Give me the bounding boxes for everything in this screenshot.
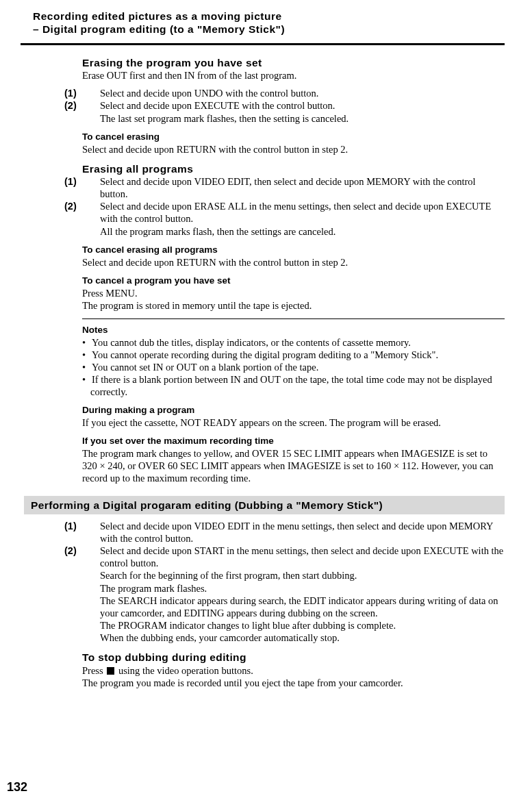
stop-dubbing-line2: The program you made is recorded until y… bbox=[82, 677, 505, 689]
page-number: 132 bbox=[7, 779, 27, 795]
step-item: (2)Select and decide upon ERASE ALL in t… bbox=[82, 200, 505, 225]
step-item: (2)Select and decide upon EXECUTE with t… bbox=[82, 99, 505, 112]
during-making-body: If you eject the cassette, NOT READY app… bbox=[82, 416, 505, 429]
title-line1: Recording edited pictures as a moving pi… bbox=[33, 10, 282, 22]
heading-cancel-program-set: To cancel a program you have set bbox=[82, 275, 505, 287]
title-rule bbox=[21, 43, 505, 45]
content-area: Erasing the program you have set Erase O… bbox=[82, 56, 505, 689]
step-text: Select and decide upon VIDEO EDIT in the… bbox=[100, 521, 493, 544]
title-line2: – Digital program editing (to a "Memory … bbox=[33, 23, 285, 35]
cancel-program-line1: Press MENU. bbox=[82, 287, 505, 299]
step-number: (1) bbox=[82, 520, 100, 532]
stop-text-b: using the video operation buttons. bbox=[116, 665, 253, 676]
erasing-intro: Erase OUT first and then IN from of the … bbox=[82, 69, 505, 82]
heading-erasing-program: Erasing the program you have set bbox=[82, 56, 505, 69]
step-text: Select and decide upon ERASE ALL in the … bbox=[100, 201, 491, 224]
step-number: (2) bbox=[82, 545, 100, 557]
cancel-erasing-all-body: Select and decide upon RETURN with the c… bbox=[82, 256, 505, 268]
step-item: (1)Select and decide upon VIDEO EDIT in … bbox=[82, 520, 505, 545]
heading-during-making: During making a program bbox=[82, 405, 505, 416]
step-followup: When the dubbing ends, your camcorder au… bbox=[82, 632, 505, 644]
stop-icon bbox=[107, 667, 114, 675]
step-text: Select and decide upon UNDO with the con… bbox=[100, 88, 318, 99]
step-text: Select and decide upon VIDEO EDIT, then … bbox=[100, 176, 476, 199]
step-text: Select and decide upon START in the menu… bbox=[100, 545, 503, 568]
step-item: (1)Select and decide upon UNDO with the … bbox=[82, 87, 505, 99]
step-text: Select and decide upon EXECUTE with the … bbox=[100, 100, 335, 111]
over-max-time-body: The program mark changes to yellow, and … bbox=[82, 447, 505, 484]
step-followup: The program mark flashes. bbox=[82, 582, 505, 595]
step-item: (2)Select and decide upon START in the m… bbox=[82, 545, 505, 569]
heading-over-max-time: If you set over the maximum recording ti… bbox=[82, 436, 505, 447]
step-followup: The last set program mark flashes, then … bbox=[82, 112, 505, 125]
step-followup: Search for the beginning of the first pr… bbox=[82, 569, 505, 582]
section-bar-perform-editing: Performing a Digital progaram editing (D… bbox=[24, 496, 505, 514]
stop-text-a: Press bbox=[82, 665, 105, 676]
heading-erasing-all: Erasing all programs bbox=[82, 162, 505, 175]
heading-cancel-erasing-all: To cancel erasing all programs bbox=[82, 245, 505, 256]
stop-dubbing-line1: Press using the video operation buttons. bbox=[82, 664, 505, 677]
note-item: You cannot operate recording during the … bbox=[82, 349, 505, 361]
note-item: You cannot dub the titles, display indic… bbox=[82, 336, 505, 349]
step-followup: The PROGRAM indicator changes to light b… bbox=[82, 619, 505, 632]
notes-rule bbox=[82, 318, 505, 319]
step-number: (1) bbox=[82, 87, 100, 99]
step-number: (1) bbox=[82, 175, 100, 188]
heading-stop-dubbing: To stop dubbing during editing bbox=[82, 651, 505, 664]
note-item: You cannot set IN or OUT on a blank port… bbox=[82, 361, 505, 373]
step-followup: The SEARCH indicator appears during sear… bbox=[82, 595, 505, 619]
step-number: (2) bbox=[82, 99, 100, 112]
cancel-erasing-body: Select and decide upon RETURN with the c… bbox=[82, 143, 505, 155]
page-title: Recording edited pictures as a moving pi… bbox=[33, 10, 505, 36]
heading-cancel-erasing: To cancel erasing bbox=[82, 132, 505, 143]
step-number: (2) bbox=[82, 200, 100, 212]
step-item: (1)Select and decide upon VIDEO EDIT, th… bbox=[82, 175, 505, 200]
cancel-program-line2: The program is stored in memory until th… bbox=[82, 299, 505, 312]
note-item: If there is a blank portion between IN a… bbox=[82, 373, 505, 398]
heading-notes: Notes bbox=[82, 325, 505, 336]
step-followup: All the program marks flash, then the se… bbox=[82, 225, 505, 238]
